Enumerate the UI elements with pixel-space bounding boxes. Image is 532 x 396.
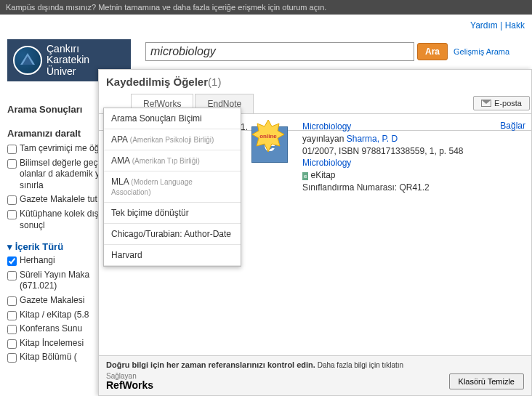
help-link[interactable]: Yardım xyxy=(470,20,498,31)
checkbox[interactable] xyxy=(7,159,17,169)
checkbox[interactable] xyxy=(7,271,17,280)
checkbox[interactable] xyxy=(7,339,17,349)
publisher-label: yayınlayan xyxy=(302,134,347,144)
online-text: online xyxy=(259,133,277,140)
result-metadata: Microbiology yayınlayan Sharma, P. D 01/… xyxy=(302,121,464,194)
advanced-search-link[interactable]: Gelişmiş Arama xyxy=(454,47,509,56)
links-action[interactable]: Bağlar xyxy=(500,121,525,131)
logo-text: Çankırı Karatekin Üniver xyxy=(47,44,89,77)
about-link[interactable]: Hakk xyxy=(505,20,525,31)
ebook-icon: e online xyxy=(251,126,288,163)
saved-items-panel: Kaydedilmiş Öğeler(1) Ver: RefWorks EndN… xyxy=(98,69,532,396)
panel-footer: Doğru bilgi için her zaman referansların… xyxy=(99,355,531,395)
online-badge-icon: online xyxy=(252,120,284,152)
checkbox[interactable] xyxy=(7,296,17,306)
menu-single[interactable]: Tek biçime dönüştür xyxy=(104,203,241,224)
search-input[interactable] xyxy=(145,42,414,61)
item-type: eKitap xyxy=(310,170,335,180)
citation-note: Doğru bilgi için her zaman referansların… xyxy=(106,360,524,369)
search-button[interactable]: Ara xyxy=(417,43,448,60)
panel-title: Kaydedilmiş Öğeler(1) xyxy=(99,70,531,94)
citation-format-menu: Arama Sonuçları Biçimi APA (Amerikan Psi… xyxy=(103,108,241,267)
checkbox[interactable] xyxy=(7,353,17,363)
menu-mla[interactable]: MLA (Modern Language Association) xyxy=(104,171,241,203)
checkbox[interactable] xyxy=(7,195,17,205)
menu-harvard[interactable]: Harvard xyxy=(104,245,241,266)
login-banner: Kampüs dışında mısınız? Metnin tamamına … xyxy=(0,0,532,15)
header-links: Yardım | Hakk xyxy=(0,15,532,36)
menu-chicago[interactable]: Chicago/Turabian: Author-Date xyxy=(104,224,241,245)
envelope-icon xyxy=(481,100,491,107)
pub-info: 01/2007, ISBN 9788171338559, 1, p. 548 xyxy=(302,146,464,156)
subject-link[interactable]: Microbiology xyxy=(302,158,351,168)
menu-apa[interactable]: APA (Amerikan Psikoloji Birliği) xyxy=(104,129,241,150)
search-bar: Ara Gelişmiş Arama xyxy=(145,42,509,61)
ebook-badge-icon: e xyxy=(302,172,308,180)
provider-label: Sağlayan RefWorks xyxy=(106,372,153,391)
checkbox[interactable] xyxy=(7,256,17,266)
checkbox[interactable] xyxy=(7,325,17,334)
menu-ama[interactable]: AMA (Amerikan Tıp Birliği) xyxy=(104,150,241,171)
menu-results-format[interactable]: Arama Sonuçları Biçimi xyxy=(104,108,241,129)
result-number: 1. xyxy=(241,122,248,132)
checkbox[interactable] xyxy=(7,145,17,154)
author-link[interactable]: Sharma, P. D xyxy=(347,134,398,144)
checkbox[interactable] xyxy=(7,311,17,320)
checkbox[interactable] xyxy=(7,210,17,219)
logo-icon xyxy=(13,46,42,75)
classification: Sınıflandırma Numarası: QR41.2 xyxy=(302,182,430,193)
result-title[interactable]: Microbiology xyxy=(302,121,351,132)
clear-folder-button[interactable]: Klasörü Temizle xyxy=(449,373,524,389)
email-button[interactable]: E-posta xyxy=(473,96,530,110)
